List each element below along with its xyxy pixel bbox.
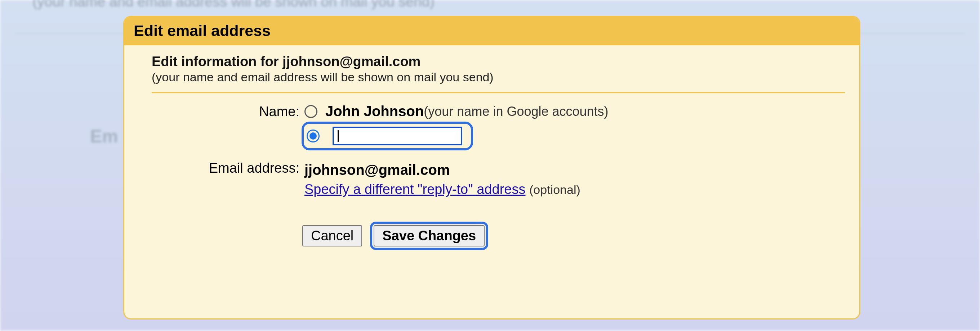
- email-value: jjohnson@gmail.com: [304, 160, 581, 178]
- dialog-info-sub: (your name and email address will be sho…: [152, 70, 845, 84]
- save-button[interactable]: Save Changes: [374, 225, 485, 247]
- info-heading-email: jjohnson@gmail.com: [282, 54, 420, 69]
- radio-icon[interactable]: [304, 105, 317, 118]
- text-caret-icon: [337, 130, 339, 142]
- dialog-title: Edit email address: [134, 22, 270, 39]
- dialog-info-heading: Edit information for jjohnson@gmail.com: [152, 54, 845, 70]
- info-heading-prefix: Edit information for: [152, 54, 282, 69]
- background-hint-text: (your name and email address will be sho…: [32, 0, 434, 10]
- reply-to-line: Specify a different "reply-to" address (…: [304, 182, 581, 197]
- cancel-button[interactable]: Cancel: [302, 225, 362, 247]
- reply-to-optional-text: (optional): [529, 183, 581, 196]
- name-default-option[interactable]: John Johnson (your name in Google accoun…: [304, 103, 609, 119]
- save-button-highlight: Save Changes: [370, 222, 488, 250]
- radio-icon[interactable]: [307, 130, 320, 143]
- reply-to-link[interactable]: Specify a different "reply-to" address: [304, 182, 525, 197]
- name-custom-option-highlight: [302, 122, 473, 150]
- email-label: Email address:: [152, 160, 299, 176]
- edit-email-dialog: Edit email address Edit information for …: [123, 16, 861, 320]
- email-fields: jjohnson@gmail.com Specify a different "…: [299, 160, 581, 197]
- name-fields: John Johnson (your name in Google accoun…: [299, 103, 609, 150]
- name-label: Name:: [152, 103, 299, 119]
- custom-name-input[interactable]: [332, 127, 462, 145]
- background-left-label: Em: [90, 126, 118, 147]
- button-row: Cancel Save Changes: [302, 222, 845, 250]
- default-name-text: John Johnson: [325, 103, 424, 119]
- dialog-divider: [152, 92, 845, 93]
- dialog-titlebar: Edit email address: [124, 17, 859, 45]
- email-row: Email address: jjohnson@gmail.com Specif…: [152, 160, 845, 197]
- default-name-hint: (your name in Google accounts): [424, 104, 608, 119]
- name-row: Name: John Johnson (your name in Google …: [152, 103, 845, 150]
- dialog-content: Edit information for jjohnson@gmail.com …: [124, 45, 859, 257]
